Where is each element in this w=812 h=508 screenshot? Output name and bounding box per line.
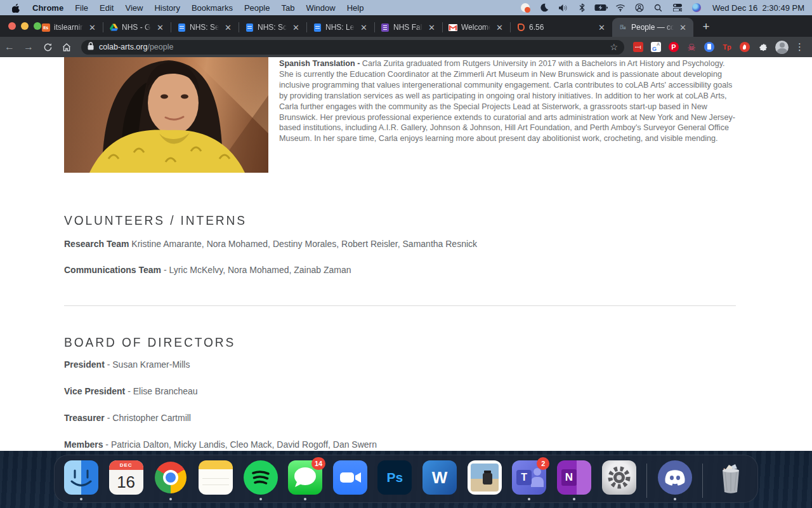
dock-word[interactable]: W <box>422 460 457 501</box>
tab-close-icon[interactable]: ✕ <box>596 23 607 32</box>
docs-offline-extension-icon[interactable] <box>704 41 715 53</box>
pinterest-extension-icon[interactable]: P <box>668 41 679 53</box>
dock-finder[interactable] <box>64 460 98 501</box>
tab-close-icon[interactable]: ✕ <box>223 23 233 32</box>
dock-messages[interactable]: 14 <box>288 460 322 501</box>
battery-charging-icon[interactable] <box>594 1 608 14</box>
carla-zurita-photo <box>64 57 268 173</box>
tab-nhs-service[interactable]: NHS: Service ✕ <box>171 18 239 37</box>
menu-item-edit[interactable]: Edit <box>94 3 119 13</box>
dock-teams[interactable]: 2 T <box>512 460 546 501</box>
tab-close-icon[interactable]: ✕ <box>155 23 166 32</box>
lastpass-extension-icon[interactable]: •••| <box>632 41 644 53</box>
zoom-icon <box>333 460 367 495</box>
dock-zoom[interactable] <box>333 460 367 501</box>
bio-bold-label: Spanish Translation - <box>279 59 362 68</box>
dock-system-preferences[interactable] <box>602 460 636 501</box>
browser-toolbar: ← → colab-arts.org/people ☆ •••| P ☠ Tp … <box>0 37 812 57</box>
board-heading: BOARD OF DIRECTORS <box>64 335 235 350</box>
google-docs-favicon <box>245 23 254 32</box>
calendar-day: 16 <box>109 470 143 495</box>
spotlight-search-icon[interactable] <box>652 1 665 14</box>
menu-item-view[interactable]: View <box>119 3 148 13</box>
lock-icon <box>88 41 94 53</box>
bookmark-star-icon[interactable]: ☆ <box>610 42 618 52</box>
tab-close-icon[interactable]: ✕ <box>291 23 301 32</box>
webpage-content: Spanish Translation - Carla Zurita gradu… <box>0 57 812 451</box>
teleparty-extension-icon[interactable]: Tp <box>721 41 733 53</box>
profile-avatar[interactable] <box>775 41 789 54</box>
tab-close-icon[interactable]: ✕ <box>87 23 98 32</box>
volume-icon[interactable] <box>556 1 570 14</box>
do-not-disturb-moon-icon[interactable] <box>537 1 551 14</box>
research-team-row: Research Team Kristine Amarante, Nora Mo… <box>64 239 477 249</box>
tab-itslearning[interactable]: its itslearning ✕ <box>35 18 103 37</box>
minimize-window-button[interactable] <box>21 22 29 30</box>
tab-6-56[interactable]: 6.56 ✕ <box>510 18 612 37</box>
dock-photoshop[interactable]: Ps <box>377 460 412 501</box>
discord-icon <box>658 460 692 495</box>
teams-badge: 2 <box>537 457 549 470</box>
dock-spotify[interactable] <box>244 460 278 501</box>
wifi-icon[interactable] <box>613 1 627 14</box>
tab-close-icon[interactable]: ✕ <box>358 23 369 32</box>
new-tab-button[interactable]: + <box>697 18 715 36</box>
reload-button[interactable] <box>39 39 56 55</box>
control-center-icon[interactable] <box>671 1 684 14</box>
menu-bar-clock[interactable]: Wed Dec 16 2:30:49 PM <box>712 3 804 13</box>
dock-onenote[interactable]: N <box>557 460 591 501</box>
google-docs-favicon <box>177 23 186 32</box>
tab-people-colab-active[interactable]: coLAB People — coL ✕ <box>612 18 693 37</box>
url-domain: colab-arts.org <box>99 43 147 51</box>
screen-recording-icon[interactable] <box>518 1 532 14</box>
tab-close-icon[interactable]: ✕ <box>426 23 437 32</box>
skull-extension-icon[interactable]: ☠ <box>686 41 697 53</box>
spotify-icon <box>244 460 278 495</box>
menu-item-history[interactable]: History <box>148 3 185 13</box>
tab-welcome-gmail[interactable]: Welcome to c ✕ <box>442 18 510 37</box>
tab-close-icon[interactable]: ✕ <box>494 23 505 32</box>
dock-calendar[interactable]: DEC 16 <box>109 460 143 501</box>
dock-notes[interactable] <box>199 460 233 501</box>
macos-dock: DEC 16 14 Ps W 2 T N <box>54 455 758 503</box>
address-bar[interactable]: colab-arts.org/people ☆ <box>81 40 624 55</box>
preview-icon <box>468 460 502 495</box>
calendar-month: DEC <box>109 460 143 470</box>
adblock-hand-extension-icon[interactable] <box>739 41 750 53</box>
bio-paragraph: Spanish Translation - Carla Zurita gradu… <box>279 58 737 144</box>
menu-item-help[interactable]: Help <box>341 3 370 13</box>
close-window-button[interactable] <box>8 22 16 30</box>
user-switch-icon[interactable] <box>632 1 646 14</box>
tab-close-icon[interactable]: ✕ <box>678 23 688 32</box>
dock-chrome[interactable] <box>154 460 188 501</box>
tabs-container: its itslearning ✕ NHS - Google ✕ NHS: Se… <box>35 15 715 37</box>
tab-nhs-google[interactable]: NHS - Google ✕ <box>103 18 171 37</box>
extensions-puzzle-icon[interactable] <box>757 41 768 53</box>
system-preferences-icon <box>602 460 636 495</box>
chrome-menu-kebab-icon[interactable]: ⋮ <box>794 41 806 53</box>
bio-text: Carla Zurita graduated from Rutgers Univ… <box>279 59 735 143</box>
dock-trash[interactable] <box>714 460 748 501</box>
siri-icon[interactable] <box>690 1 704 14</box>
menu-item-file[interactable]: File <box>69 3 94 13</box>
treasurer-row: Treasurer - Christopher Cartmill <box>64 413 191 423</box>
menu-item-people[interactable]: People <box>239 3 275 13</box>
google-translate-extension-icon[interactable] <box>650 41 662 53</box>
menu-item-chrome[interactable]: Chrome <box>27 3 69 13</box>
menu-item-tab[interactable]: Tab <box>275 3 300 13</box>
bluetooth-icon[interactable] <box>575 1 589 14</box>
home-button[interactable] <box>58 39 75 55</box>
menu-item-window[interactable]: Window <box>300 3 341 13</box>
running-indicator <box>169 498 172 500</box>
dock-discord[interactable] <box>658 460 692 501</box>
tab-nhs-scholar[interactable]: NHS: Scholar ✕ <box>239 18 306 37</box>
dock-preview[interactable] <box>468 460 502 501</box>
menu-item-bookmarks[interactable]: Bookmarks <box>186 3 239 13</box>
running-indicator <box>573 498 575 500</box>
back-button[interactable]: ← <box>1 39 18 55</box>
tab-nhs-fall-2020[interactable]: NHS Fall 2020 ✕ <box>374 18 442 37</box>
apple-menu-icon[interactable] <box>12 3 20 13</box>
tab-nhs-leaders[interactable]: NHS: Leaders ✕ <box>306 18 374 37</box>
forward-button[interactable]: → <box>20 39 37 55</box>
google-drive-favicon <box>109 23 118 32</box>
